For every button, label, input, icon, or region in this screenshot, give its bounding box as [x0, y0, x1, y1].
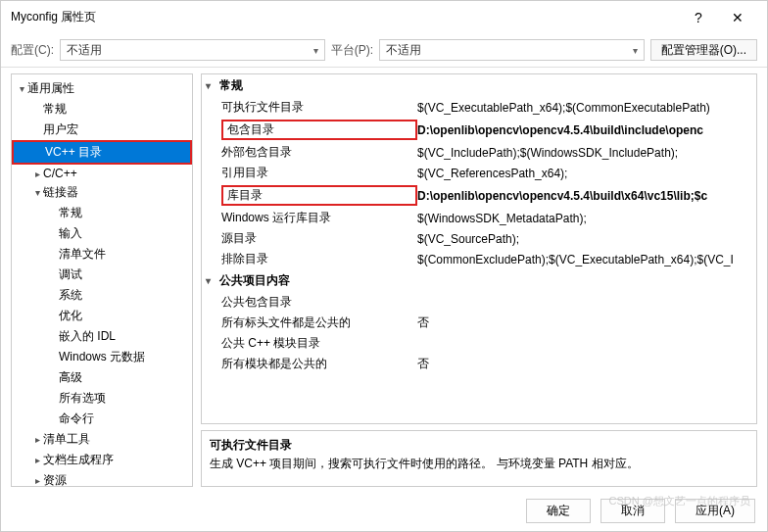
close-button[interactable]: ✕: [718, 10, 757, 25]
tree-node-label: 清单文件: [59, 246, 106, 263]
section-title: 常规: [219, 77, 243, 94]
tree-node[interactable]: 常规: [12, 203, 192, 223]
tree-node[interactable]: ▸C/C++: [12, 165, 192, 182]
property-row[interactable]: 外部包含目录$(VC_IncludePath);$(WindowsSDK_Inc…: [202, 142, 756, 163]
apply-button[interactable]: 应用(A): [675, 499, 755, 523]
help-button[interactable]: ?: [679, 10, 718, 25]
chevron-down-icon: ▾: [31, 187, 43, 198]
property-row[interactable]: 包含目录D:\openlib\opencv\opencv4.5.4\build\…: [202, 118, 756, 142]
property-value[interactable]: D:\openlib\opencv\opencv4.5.4\build\x64\…: [417, 189, 752, 203]
tree-node-label: 用户宏: [43, 121, 78, 138]
property-value[interactable]: D:\openlib\opencv\opencv4.5.4\build\incl…: [417, 123, 752, 137]
property-row[interactable]: 公共 C++ 模块目录: [202, 333, 756, 354]
tree-node[interactable]: ▸清单工具: [12, 429, 192, 450]
platform-value: 不适用: [386, 42, 421, 59]
property-name: 公共 C++ 模块目录: [221, 335, 417, 352]
tree-node-label: 文档生成程序: [43, 452, 114, 468]
tree-node-label: C/C++: [43, 167, 77, 180]
property-value[interactable]: $(VC_IncludePath);$(WindowsSDK_IncludePa…: [417, 146, 752, 160]
tree-node-label: 命令行: [59, 411, 94, 427]
section-header[interactable]: ▾公共项目内容: [202, 269, 756, 292]
tree-node[interactable]: 系统: [12, 285, 192, 306]
tree-node[interactable]: 清单文件: [12, 244, 192, 265]
description-panel: 可执行文件目录 生成 VC++ 项目期间，搜索可执行文件时使用的路径。 与环境变…: [201, 430, 757, 487]
config-combo[interactable]: 不适用: [60, 39, 325, 61]
tree-node[interactable]: 常规: [12, 99, 192, 120]
config-label: 配置(C):: [11, 42, 54, 59]
property-value[interactable]: $(VC_SourcePath);: [417, 232, 752, 246]
property-row[interactable]: 库目录D:\openlib\opencv\opencv4.5.4\build\x…: [202, 183, 756, 208]
property-name: 所有标头文件都是公共的: [221, 314, 417, 331]
tree-node-label: 高级: [59, 369, 82, 386]
tree-node-label: 链接器: [43, 184, 78, 201]
chevron-down-icon: ▾: [206, 80, 219, 91]
tree-node[interactable]: Windows 元数据: [12, 347, 192, 367]
chevron-right-icon: ▸: [31, 169, 43, 179]
tree-node[interactable]: 所有选项: [12, 388, 192, 409]
description-body: 生成 VC++ 项目期间，搜索可执行文件时使用的路径。 与环境变量 PATH 相…: [210, 456, 748, 472]
config-value: 不适用: [67, 42, 102, 59]
tree-node-label: VC++ 目录: [45, 144, 102, 161]
property-name: 包含目录: [221, 120, 417, 140]
property-name: Windows 运行库目录: [221, 210, 417, 226]
tree-node[interactable]: ▾链接器: [12, 182, 192, 203]
tree-node[interactable]: 用户宏: [12, 120, 192, 140]
platform-combo[interactable]: 不适用: [379, 39, 645, 61]
tree-node[interactable]: 嵌入的 IDL: [12, 326, 192, 347]
tree-node-label: Windows 元数据: [59, 349, 145, 365]
tree-node[interactable]: 优化: [12, 306, 192, 326]
property-row[interactable]: 排除目录$(CommonExcludePath);$(VC_Executable…: [202, 249, 756, 269]
property-value[interactable]: $(CommonExcludePath);$(VC_ExecutablePath…: [417, 253, 752, 266]
section-title: 公共项目内容: [219, 272, 290, 289]
tree-node[interactable]: ▾通用属性: [12, 78, 192, 99]
config-manager-button[interactable]: 配置管理器(O)...: [650, 39, 757, 61]
property-name: 引用目录: [221, 165, 417, 181]
property-name: 外部包含目录: [221, 144, 417, 161]
tree-node[interactable]: VC++ 目录: [12, 140, 192, 165]
tree-node[interactable]: 命令行: [12, 409, 192, 429]
tree-node-label: 优化: [59, 308, 82, 324]
chevron-right-icon: ▸: [31, 475, 43, 486]
tree-node[interactable]: 调试: [12, 265, 192, 285]
property-value[interactable]: 否: [417, 356, 752, 372]
tree-node-label: 调试: [59, 266, 82, 283]
cancel-button[interactable]: 取消: [600, 499, 665, 523]
tree-node[interactable]: ▸文档生成程序: [12, 450, 192, 470]
tree-node-label: 常规: [59, 205, 82, 221]
ok-button[interactable]: 确定: [526, 499, 591, 523]
property-value[interactable]: $(VC_ExecutablePath_x64);$(CommonExecuta…: [417, 101, 752, 115]
property-name: 排除目录: [221, 251, 417, 267]
chevron-right-icon: ▸: [31, 455, 43, 465]
property-row[interactable]: 公共包含目录: [202, 292, 756, 313]
property-row[interactable]: 引用目录$(VC_ReferencesPath_x64);: [202, 163, 756, 183]
platform-label: 平台(P):: [331, 42, 373, 59]
chevron-down-icon: ▾: [16, 83, 27, 94]
tree-node-label: 通用属性: [27, 80, 74, 97]
property-row[interactable]: 源目录$(VC_SourcePath);: [202, 228, 756, 249]
tree-node-label: 系统: [59, 287, 82, 304]
tree-node-label: 清单工具: [43, 431, 90, 448]
tree-node-label: 嵌入的 IDL: [59, 328, 116, 345]
property-row[interactable]: Windows 运行库目录$(WindowsSDK_MetadataPath);: [202, 208, 756, 228]
window-title: Myconfig 属性页: [11, 9, 679, 25]
property-row[interactable]: 所有标头文件都是公共的否: [202, 313, 756, 333]
property-value[interactable]: 否: [417, 314, 752, 331]
tree-node-label: 资源: [43, 472, 67, 487]
property-grid[interactable]: ▾常规可执行文件目录$(VC_ExecutablePath_x64);$(Com…: [201, 73, 757, 424]
property-name: 可执行文件目录: [221, 99, 417, 116]
section-header[interactable]: ▾常规: [202, 74, 756, 97]
property-row[interactable]: 可执行文件目录$(VC_ExecutablePath_x64);$(Common…: [202, 97, 756, 118]
tree-node-label: 常规: [43, 101, 67, 118]
tree-node-label: 所有选项: [59, 390, 106, 407]
property-tree[interactable]: ▾通用属性常规用户宏VC++ 目录▸C/C++▾链接器常规输入清单文件调试系统优…: [11, 73, 193, 487]
property-name: 所有模块都是公共的: [221, 356, 417, 372]
property-value[interactable]: $(WindowsSDK_MetadataPath);: [417, 212, 752, 225]
tree-node[interactable]: 输入: [12, 223, 192, 244]
property-value[interactable]: $(VC_ReferencesPath_x64);: [417, 167, 752, 180]
tree-node[interactable]: 高级: [12, 367, 192, 388]
property-row[interactable]: 所有模块都是公共的否: [202, 354, 756, 374]
tree-node[interactable]: ▸资源: [12, 470, 192, 487]
property-name: 公共包含目录: [221, 294, 417, 311]
chevron-right-icon: ▸: [31, 434, 43, 445]
tree-node-label: 输入: [59, 225, 82, 242]
